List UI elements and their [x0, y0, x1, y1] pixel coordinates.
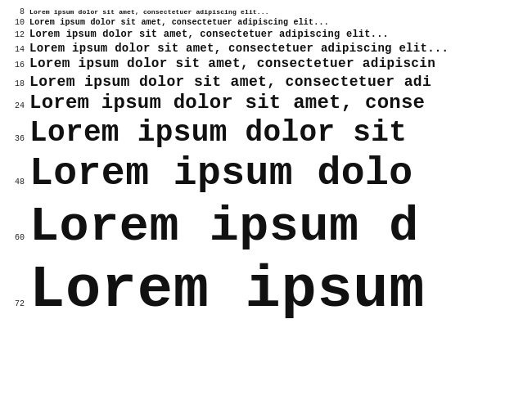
size-label: 48: [7, 178, 25, 187]
sample-text: Lorem ipsum dolor sit amet, consectetuer…: [29, 56, 435, 71]
size-label: 10: [7, 19, 25, 27]
size-label: 60: [7, 234, 25, 242]
sample-text: Lorem ipsum dolor sit amet, consectetuer…: [29, 8, 269, 16]
sample-text: Lorem ipsum dolor sit amet, conse: [29, 92, 425, 115]
font-size-line: 48Lorem ipsum dolo: [7, 151, 525, 196]
sample-text: Lorem ipsum dolor sit amet, consectetuer…: [29, 42, 449, 55]
font-size-line: 24Lorem ipsum dolor sit amet, conse: [7, 92, 525, 115]
sample-text: Lorem ipsum dolor sit: [29, 116, 407, 150]
size-label: 8: [7, 8, 25, 16]
font-size-line: 72Lorem ipsum: [7, 257, 525, 325]
font-size-line: 10Lorem ipsum dolor sit amet, consectetu…: [7, 18, 525, 28]
size-label: 14: [7, 46, 25, 54]
size-label: 12: [7, 31, 25, 39]
size-label: 72: [7, 300, 25, 308]
sample-text: Lorem ipsum dolor sit amet, consectetuer…: [29, 74, 431, 91]
font-preview-container: 8Lorem ipsum dolor sit amet, consectetue…: [0, 0, 532, 409]
sample-text: Lorem ipsum: [29, 257, 425, 325]
size-label: 16: [7, 61, 25, 70]
size-label: 24: [7, 102, 25, 110]
sample-text: Lorem ipsum dolor sit amet, consectetuer…: [29, 29, 389, 41]
font-size-line: 8Lorem ipsum dolor sit amet, consectetue…: [7, 8, 525, 16]
size-label: 36: [7, 135, 25, 143]
font-size-line: 16Lorem ipsum dolor sit amet, consectetu…: [7, 56, 525, 71]
sample-text: Lorem ipsum d: [29, 199, 419, 255]
font-size-line: 60Lorem ipsum d: [7, 199, 525, 255]
font-size-line: 12Lorem ipsum dolor sit amet, consectetu…: [7, 29, 525, 41]
font-size-line: 36Lorem ipsum dolor sit: [7, 116, 525, 150]
size-label: 18: [7, 80, 25, 88]
font-size-line: 18Lorem ipsum dolor sit amet, consectetu…: [7, 74, 525, 91]
font-size-line: 14Lorem ipsum dolor sit amet, consectetu…: [7, 42, 525, 55]
sample-text: Lorem ipsum dolo: [29, 151, 413, 196]
sample-text: Lorem ipsum dolor sit amet, consectetuer…: [29, 18, 329, 28]
